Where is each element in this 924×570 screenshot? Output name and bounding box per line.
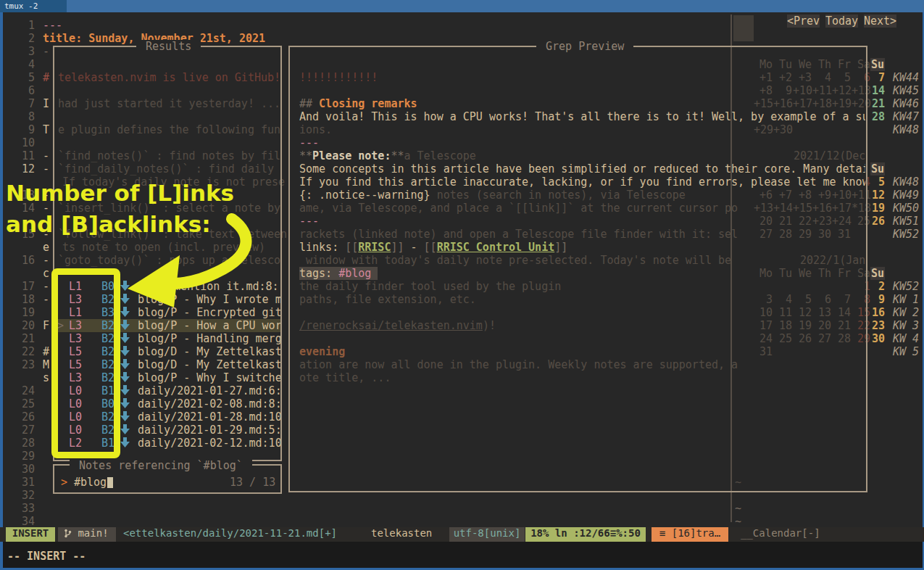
preview-text: notes (search in notes), via Telescope (430, 189, 686, 202)
calendar-sunday-header: Su (870, 58, 885, 71)
text-cursor (107, 477, 113, 488)
calendar-sunday[interactable]: 30 (867, 332, 885, 345)
calendar-sunday[interactable]: 16 (867, 306, 885, 319)
titlebar: tmux -2 (0, 0, 924, 12)
calendar-prev-button[interactable]: <Prev (787, 15, 820, 28)
preview-text: )! (483, 319, 496, 332)
buffer-text: - (43, 280, 49, 293)
calendar-sunday-header: Su (870, 162, 885, 175)
preview-line: {: .notice--warning} notes (search in no… (299, 189, 865, 202)
preview-line: /renerocksai/telekasten.nvim)! (299, 319, 865, 332)
calendar-week-number: KW 1 (893, 293, 919, 306)
preview-line: **Please note:**a Telescope (299, 149, 865, 162)
calendar-sunday[interactable]: 23 (867, 319, 885, 332)
buffer-text: - (43, 293, 49, 306)
preview-text: {: .notice--warning} (299, 189, 430, 202)
calendar-week-number: KW48 (893, 123, 919, 136)
preview-text: ]] (554, 241, 567, 254)
preview-line: links: [[RRISC]] - [[RRISC Control Unit]… (299, 241, 865, 254)
preview-text: ation are now all done in the plugin. We… (299, 358, 738, 371)
calendar-sunday[interactable]: 26 (867, 215, 885, 228)
preview-text: ]] (391, 241, 404, 254)
line-number: 19 (19, 306, 35, 319)
statusline: INSERT main! <ettelkasten/daily/2021-11-… (0, 527, 924, 542)
preview-text: !!!!!!!!!!!! (299, 71, 378, 84)
preview-text: tags: (299, 267, 338, 280)
calendar-week-number: KW51 (893, 215, 919, 228)
preview-text: Please note: (312, 149, 391, 162)
line-number: 29 (19, 450, 35, 463)
filename[interactable]: <ettelkasten/daily/2021-11-21.md[+] (123, 527, 337, 542)
line-number: 8 (19, 110, 35, 123)
line-number: 21 (19, 332, 35, 345)
preview-line: ation are now all done in the plugin. We… (299, 358, 865, 371)
calendar-week-number: KW47 (893, 110, 919, 123)
preview-text: a Telescope (404, 149, 476, 162)
calendar-sunday[interactable]: 2 (867, 280, 885, 293)
line-number: 10 (19, 136, 35, 149)
calendar-scrollbar[interactable] (733, 15, 754, 41)
wiki-link[interactable]: RRISC (358, 241, 391, 254)
calendar-week-number: KW52 (893, 280, 919, 293)
annotation-text-line2: and [B]acklinks: (6, 211, 211, 237)
calendar-next-button[interactable]: Next> (864, 15, 896, 28)
line-number: 2 (19, 32, 35, 45)
annotation-highlight-box (51, 268, 120, 458)
calendar-sunday-header: Su (870, 267, 885, 280)
calendar-sunday[interactable]: 5 (867, 175, 885, 189)
preview-title: Grep Preview (536, 40, 633, 51)
calendar-today-button[interactable]: Today (825, 15, 858, 28)
prompt-input[interactable]: #blog (74, 476, 107, 489)
preview-line: rackets (linked note) and open a Telesco… (299, 228, 865, 241)
preview-line: If you find this article inaccurate, lac… (299, 175, 865, 189)
result-counter: 13 / 13 (230, 476, 275, 489)
preview-text: /renerocksai/telekasten.nvim (299, 319, 483, 332)
line-number: 31 (19, 476, 35, 489)
preview-text: evening (299, 345, 345, 358)
calendar-sunday[interactable]: 19 (867, 202, 885, 215)
line-number: 7 (19, 97, 35, 110)
buffer-text: s (43, 371, 49, 384)
prompt-title: Notes referencing `#blog` (70, 459, 252, 471)
preview-text: Closing remarks (319, 97, 417, 110)
preview-text: rackets (linked note) and open a Telesco… (299, 228, 738, 241)
preview-line: ote title, ... (299, 371, 865, 384)
calendar-sunday[interactable]: 7 (867, 71, 885, 84)
preview-line: ame, via Telescope, and place a `[[link]… (299, 202, 865, 215)
preview-text: the daily finder tool used by the plugin (299, 280, 561, 293)
buffer-text: # (43, 71, 49, 84)
line-number: 9 (19, 123, 35, 136)
tmux-tab[interactable]: tmux -2 (0, 0, 67, 12)
empty-line-tilde: ~ (735, 502, 741, 515)
command-line-area (3, 542, 923, 568)
mode-indicator: INSERT (6, 527, 55, 542)
git-branch-icon (64, 527, 78, 539)
calendar-sunday[interactable]: 12 (867, 189, 885, 202)
line-number: 4 (19, 58, 35, 71)
calendar-sunday[interactable]: 9 (867, 293, 885, 306)
wiki-link[interactable]: RRISC Control Unit (437, 241, 555, 254)
cursor-position: 18% ln :12/66≡%:50 (525, 527, 646, 542)
calendar-sunday[interactable]: 28 (867, 110, 885, 123)
git-branch[interactable]: main! (58, 527, 116, 542)
buffer-indicator[interactable]: ≡ [16]tra… (652, 527, 728, 542)
line-number: 26 (19, 410, 35, 424)
buffer-text: --- (43, 19, 62, 32)
buffer-text: - (43, 149, 49, 162)
preview-text: - (404, 241, 424, 254)
git-branch-name: main! (78, 527, 108, 539)
line-number: 11 (19, 149, 35, 162)
calendar-week-number: KW 2 (893, 306, 919, 319)
line-number: 17 (19, 280, 35, 293)
buffer-text: T (43, 123, 49, 136)
line-number: 3 (19, 45, 35, 58)
encoding: utf-8[unix] (449, 527, 525, 542)
line-number: 18 (19, 293, 35, 306)
calendar-sunday[interactable]: 21 (867, 97, 885, 110)
calendar-sunday[interactable]: 14 (867, 84, 885, 97)
preview-text: ote title, ... (299, 371, 391, 384)
calendar-week-number: KW 4 (893, 332, 919, 345)
preview-line: And voila! This is how a CPU works! That… (299, 110, 865, 123)
preview-text: links: (299, 241, 345, 254)
buffer-text: c (43, 267, 49, 280)
